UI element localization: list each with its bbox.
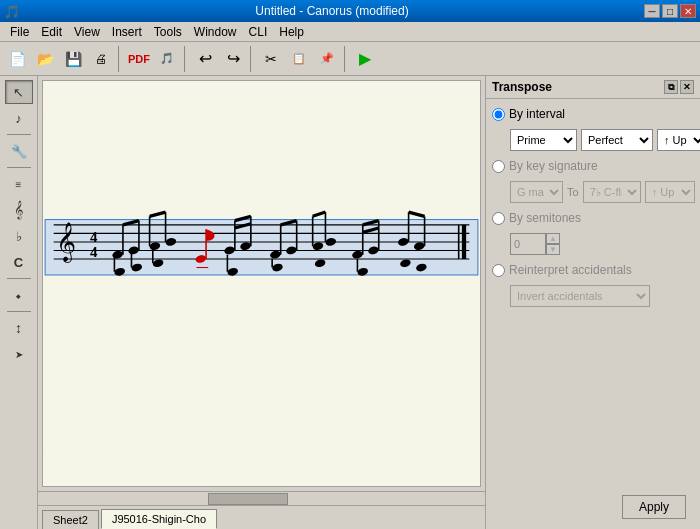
svg-rect-0 [43, 118, 480, 448]
by-key-row: By key signature [492, 159, 694, 173]
interval-controls: Prime Second Third Fourth Fifth Sixth Se… [492, 129, 694, 151]
interval-direction-select[interactable]: ↑ Up ↓ Down [657, 129, 700, 151]
invert-select[interactable]: Invert accidentals [510, 285, 650, 307]
toolbar-sep-4 [344, 46, 348, 72]
scrollbar-thumb[interactable] [208, 493, 288, 505]
tab-shigin[interactable]: J95016-Shigin-Cho [101, 509, 217, 529]
menu-window[interactable]: Window [188, 23, 243, 41]
edit-tool-button[interactable]: 🔧 [5, 139, 33, 163]
semitones-input[interactable]: 0 [510, 233, 546, 255]
toolbar-sep-2 [184, 46, 188, 72]
new-button[interactable]: 📄 [4, 46, 30, 72]
svg-text:𝄞: 𝄞 [56, 222, 76, 263]
tab-bar: Sheet2 J95016-Shigin-Cho [38, 505, 485, 529]
reinterpret-row: Reinterpret accidentals [492, 263, 694, 277]
copy-button[interactable]: 📋 [286, 46, 312, 72]
key-from-select[interactable]: G ma [510, 181, 563, 203]
maximize-button[interactable]: □ [662, 4, 678, 18]
play-button[interactable]: ▶ [352, 46, 378, 72]
open-button[interactable]: 📂 [32, 46, 58, 72]
semitones-up-button[interactable]: ▲ [546, 233, 560, 244]
menubar: File Edit View Insert Tools Window CLI H… [0, 22, 700, 42]
key-to-select[interactable]: 7♭ C-flat [583, 181, 641, 203]
barline-tool-button[interactable]: ⬥ [5, 283, 33, 307]
panel-content: By interval Prime Second Third Fourth Fi… [486, 99, 700, 315]
apply-button[interactable]: Apply [622, 495, 686, 519]
menu-edit[interactable]: Edit [35, 23, 68, 41]
to-label: To [567, 186, 579, 198]
save-button[interactable]: 💾 [60, 46, 86, 72]
print-button[interactable]: 🖨 [88, 46, 114, 72]
select-tool-button[interactable]: ↖ [5, 80, 33, 104]
menu-help[interactable]: Help [273, 23, 310, 41]
by-key-label: By key signature [509, 159, 598, 173]
export-pdf-button[interactable]: PDF [126, 46, 152, 72]
note-tool-button[interactable]: ♪ [5, 106, 33, 130]
transpose-panel: Transpose ⧉ ✕ By interval Prime Second T… [485, 76, 700, 529]
titlebar: 🎵 Untitled - Canorus (modified) ─ □ ✕ [0, 0, 700, 22]
menu-cli[interactable]: CLI [243, 23, 274, 41]
invert-controls: Invert accidentals [492, 285, 694, 307]
clef-tool-button[interactable]: 𝄞 [5, 198, 33, 222]
panel-close-button[interactable]: ✕ [680, 80, 694, 94]
horizontal-scrollbar[interactable] [38, 491, 485, 505]
by-interval-label: By interval [509, 107, 565, 121]
score-area[interactable]: 𝄞 4 4 [42, 80, 481, 487]
panel-float-button[interactable]: ⧉ [664, 80, 678, 94]
key-controls: G ma To 7♭ C-flat ↑ Up ↓ Down [492, 181, 694, 203]
slur-tool-button[interactable]: ↕ [5, 316, 33, 340]
main-area: ↖ ♪ 🔧 ≡ 𝄞 ♭ C ⬥ ↕ ➤ [0, 76, 700, 529]
export-midi-button[interactable]: 🎵 [154, 46, 180, 72]
paste-button[interactable]: 📌 [314, 46, 340, 72]
key-direction-select[interactable]: ↑ Up ↓ Down [645, 181, 695, 203]
quality-select[interactable]: Perfect Major Minor Augmented Diminished [581, 129, 653, 151]
reinterpret-label: Reinterpret accidentals [509, 263, 632, 277]
lt-sep-3 [7, 278, 31, 279]
lt-sep-4 [7, 311, 31, 312]
menu-view[interactable]: View [68, 23, 106, 41]
lt-sep-1 [7, 134, 31, 135]
svg-text:4: 4 [90, 229, 98, 245]
svg-text:4: 4 [90, 244, 98, 260]
svg-rect-1 [45, 220, 478, 275]
semitones-spin-buttons: ▲ ▼ [546, 233, 560, 255]
semitones-spinner: 0 ▲ ▼ [510, 233, 560, 255]
window-controls: ─ □ ✕ [644, 4, 696, 18]
redo-button[interactable]: ↪ [220, 46, 246, 72]
time-tool-button[interactable]: C [5, 250, 33, 274]
by-semitones-row: By semitones [492, 211, 694, 225]
tab-sheet2[interactable]: Sheet2 [42, 510, 99, 529]
reinterpret-radio[interactable] [492, 264, 505, 277]
undo-button[interactable]: ↩ [192, 46, 218, 72]
semitones-controls: 0 ▲ ▼ [492, 233, 694, 255]
app-icon: 🎵 [4, 4, 20, 19]
menu-tools[interactable]: Tools [148, 23, 188, 41]
key-tool-button[interactable]: ♭ [5, 224, 33, 248]
panel-buttons: ⧉ ✕ [664, 80, 694, 94]
minimize-button[interactable]: ─ [644, 4, 660, 18]
cut-button[interactable]: ✂ [258, 46, 284, 72]
by-semitones-radio[interactable] [492, 212, 505, 225]
interval-select[interactable]: Prime Second Third Fourth Fifth Sixth Se… [510, 129, 577, 151]
menu-insert[interactable]: Insert [106, 23, 148, 41]
score-svg: 𝄞 4 4 [43, 81, 480, 486]
panel-header: Transpose ⧉ ✕ [486, 76, 700, 99]
apply-container: Apply [486, 489, 700, 529]
panel-title: Transpose [492, 80, 552, 94]
by-interval-radio[interactable] [492, 108, 505, 121]
lt-sep-2 [7, 167, 31, 168]
toolbar-sep-1 [118, 46, 122, 72]
semitones-down-button[interactable]: ▼ [546, 244, 560, 255]
menu-file[interactable]: File [4, 23, 35, 41]
dynamic-tool-button[interactable]: ➤ [5, 342, 33, 366]
toolbar: 📄 📂 💾 🖨 PDF 🎵 ↩ ↪ ✂ 📋 📌 ▶ [0, 42, 700, 76]
staff-tool-button[interactable]: ≡ [5, 172, 33, 196]
left-toolbar: ↖ ♪ 🔧 ≡ 𝄞 ♭ C ⬥ ↕ ➤ [0, 76, 38, 529]
close-button[interactable]: ✕ [680, 4, 696, 18]
by-semitones-label: By semitones [509, 211, 581, 225]
window-title: Untitled - Canorus (modified) [20, 4, 644, 18]
content-area: 𝄞 4 4 [38, 76, 485, 529]
by-interval-row: By interval [492, 107, 694, 121]
by-key-radio[interactable] [492, 160, 505, 173]
toolbar-sep-3 [250, 46, 254, 72]
